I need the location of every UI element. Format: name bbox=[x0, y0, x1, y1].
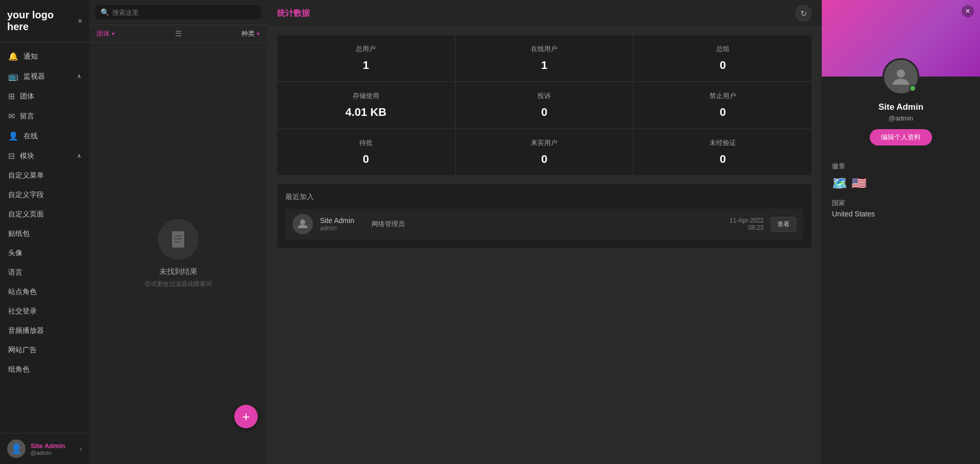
sidebar-item-site-roles[interactable]: 站点角色 bbox=[0, 282, 89, 302]
modules-icon: ⊟ bbox=[8, 151, 15, 161]
stat-card: 存储使用4.01 KB bbox=[277, 82, 455, 128]
stat-card: 在线用户1 bbox=[456, 35, 633, 81]
stat-card: 待批0 bbox=[277, 129, 455, 175]
country-value: United States bbox=[832, 210, 970, 218]
recent-user-name: Site Admin bbox=[320, 216, 354, 225]
country-label: 国家 bbox=[832, 199, 970, 208]
profile-name: Site Admin bbox=[830, 102, 972, 112]
sidebar-item-label-sticker-pack: 贴纸包 bbox=[8, 229, 30, 238]
stat-card: 总组0 bbox=[634, 35, 812, 81]
sidebar-footer[interactable]: 👤 Site Admin @admin › bbox=[0, 433, 89, 464]
sidebar-item-social-login[interactable]: 社交登录 bbox=[0, 302, 89, 321]
sidebar-item-online[interactable]: 👤在线 bbox=[0, 126, 89, 146]
profile-handle: @admin bbox=[830, 114, 972, 122]
search-icon: 🔍 bbox=[101, 8, 109, 16]
filter-group[interactable]: 团体 ▾ bbox=[96, 29, 115, 38]
sidebar-item-sticker-pack[interactable]: 贴纸包 bbox=[0, 224, 89, 243]
fab-add-button[interactable]: + bbox=[234, 405, 258, 428]
sidebar-item-label-social-login: 社交登录 bbox=[8, 307, 37, 316]
filter-icons: ☰ bbox=[175, 29, 182, 38]
sidebar-item-avatars[interactable]: 头像 bbox=[0, 243, 89, 263]
svg-point-4 bbox=[300, 219, 305, 225]
search-input-wrap: 🔍 bbox=[95, 5, 261, 19]
sidebar-item-label-custom-menu: 自定义菜单 bbox=[8, 171, 44, 180]
stat-value: 0 bbox=[285, 153, 447, 166]
stat-label: 未经验证 bbox=[642, 138, 803, 148]
main-content: 统计数据 ↻ 总用户1在线用户1总组0存储使用4.01 KB投诉0禁止用户0待批… bbox=[267, 0, 822, 464]
sidebar-item-label-custom-fields: 自定义字段 bbox=[8, 190, 44, 200]
sidebar-item-label-language: 语言 bbox=[8, 268, 22, 277]
empty-subtitle: 尝试更改过滤器或搜索词 bbox=[144, 280, 212, 288]
profile-avatar bbox=[883, 58, 919, 95]
view-user-button[interactable]: 查看 bbox=[771, 217, 796, 232]
filter-list-icon[interactable]: ☰ bbox=[175, 29, 182, 38]
stat-card: 禁止用户0 bbox=[634, 82, 812, 128]
sidebar-item-group-roles[interactable]: 组角色 bbox=[0, 360, 89, 379]
sidebar-nav: 🔔通知📺监视器∧⊞团体✉留言👤在线⊟模块∧自定义菜单自定义字段自定义页面贴纸包头… bbox=[0, 42, 89, 433]
profile-info: Site Admin @admin 编辑个人资料 bbox=[822, 102, 980, 154]
filter-type-chevron: ▾ bbox=[257, 31, 260, 37]
empty-state: 未找到结果 尝试更改过滤器或搜索词 bbox=[144, 219, 212, 288]
recent-title: 最近加入 bbox=[285, 192, 803, 202]
online-icon: 👤 bbox=[8, 131, 18, 141]
filter-group-label[interactable]: 团体 bbox=[96, 29, 110, 38]
sidebar-item-custom-pages[interactable]: 自定义页面 bbox=[0, 205, 89, 224]
sidebar-item-modules[interactable]: ⊟模块∧ bbox=[0, 146, 89, 166]
stats-grid: 总用户1在线用户1总组0存储使用4.01 KB投诉0禁止用户0待批0来宾用户0未… bbox=[267, 27, 822, 179]
sidebar-item-notifications[interactable]: 🔔通知 bbox=[0, 46, 89, 66]
edit-profile-button[interactable]: 编辑个人资料 bbox=[870, 129, 932, 145]
online-status-dot bbox=[909, 85, 916, 92]
stat-label: 总用户 bbox=[285, 44, 447, 54]
recent-section: 最近加入 Site Admin admin 网络管理员 11-Apr-2022 … bbox=[277, 184, 812, 248]
right-panel: × Site Admin @admin 编辑个人资料 徽章 🗺️🇺🇸 国家 Un… bbox=[822, 0, 980, 464]
badge-1: 🇺🇸 bbox=[851, 176, 867, 190]
filter-group-chevron: ▾ bbox=[112, 31, 115, 37]
stat-label: 待批 bbox=[285, 138, 447, 148]
sidebar-item-label-audio-player: 音频播放器 bbox=[8, 326, 44, 335]
footer-arrow-icon: › bbox=[80, 445, 82, 453]
sidebar-close-icon[interactable]: × bbox=[78, 17, 82, 25]
sidebar-item-label-messages: 留言 bbox=[20, 112, 34, 121]
sidebar-item-label-site-roles: 站点角色 bbox=[8, 287, 37, 297]
sidebar-item-label-groups: 团体 bbox=[20, 92, 34, 101]
stat-value: 1 bbox=[285, 59, 447, 72]
sidebar-item-language[interactable]: 语言 bbox=[0, 263, 89, 282]
filter-type-label[interactable]: 种类 bbox=[241, 29, 255, 38]
groups-icon: ⊞ bbox=[8, 91, 15, 101]
stat-value: 0 bbox=[642, 106, 803, 119]
stat-label: 来宾用户 bbox=[464, 138, 625, 148]
stat-label: 在线用户 bbox=[464, 44, 625, 54]
filter-type[interactable]: 种类 ▾ bbox=[241, 29, 260, 38]
recent-user-date: 11-Apr-2022 08:23 bbox=[718, 217, 764, 231]
search-input[interactable] bbox=[112, 9, 256, 16]
sidebar: your logo here × 🔔通知📺监视器∧⊞团体✉留言👤在线⊟模块∧自定… bbox=[0, 0, 89, 464]
sidebar-item-custom-fields[interactable]: 自定义字段 bbox=[0, 185, 89, 205]
middle-panel: 🔍 团体 ▾ ☰ 种类 ▾ 未找到结果 尝试 bbox=[89, 0, 267, 464]
stat-value: 1 bbox=[464, 59, 625, 72]
sidebar-item-audio-player[interactable]: 音频播放器 bbox=[0, 321, 89, 340]
sidebar-item-monitors[interactable]: 📺监视器∧ bbox=[0, 66, 89, 86]
sidebar-item-messages[interactable]: ✉留言 bbox=[0, 106, 89, 126]
stat-value: 0 bbox=[642, 153, 803, 166]
sidebar-item-site-ads[interactable]: 网站广告 bbox=[0, 340, 89, 360]
sidebar-item-groups[interactable]: ⊞团体 bbox=[0, 86, 89, 106]
empty-title: 未找到结果 bbox=[144, 267, 212, 277]
modules-chevron: ∧ bbox=[77, 153, 81, 159]
refresh-button[interactable]: ↻ bbox=[795, 5, 812, 21]
close-panel-button[interactable]: × bbox=[962, 5, 974, 17]
sidebar-item-label-site-ads: 网站广告 bbox=[8, 346, 37, 355]
sidebar-item-label-online: 在线 bbox=[23, 132, 38, 141]
recent-row: Site Admin admin 网络管理员 11-Apr-2022 08:23… bbox=[285, 209, 803, 239]
sidebar-item-custom-menu[interactable]: 自定义菜单 bbox=[0, 166, 89, 185]
country-section: 国家 United States bbox=[832, 199, 970, 218]
stat-card: 总用户1 bbox=[277, 35, 455, 81]
middle-content: 未找到结果 尝试更改过滤器或搜索词 bbox=[89, 43, 267, 464]
profile-avatar-wrap bbox=[883, 58, 919, 95]
stat-label: 禁止用户 bbox=[642, 91, 803, 101]
sidebar-item-label-group-roles: 组角色 bbox=[8, 365, 30, 374]
footer-avatar: 👤 bbox=[7, 439, 26, 458]
sidebar-item-label-notifications: 通知 bbox=[23, 52, 38, 61]
footer-user-name: Site Admin bbox=[31, 442, 75, 450]
stat-value: 0 bbox=[464, 153, 625, 166]
stat-label: 投诉 bbox=[464, 91, 625, 101]
